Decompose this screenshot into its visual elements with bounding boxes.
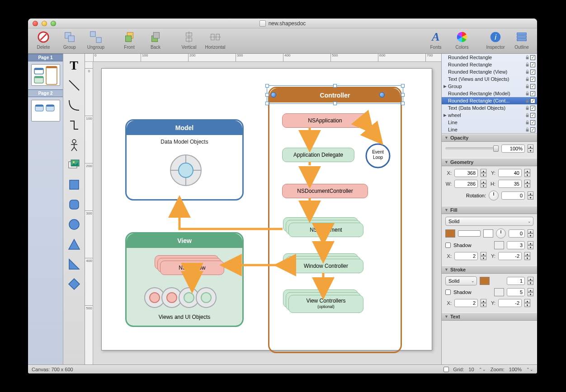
vertical-ruler: 0 100 200 300 400 500 bbox=[85, 62, 93, 364]
grid-checkbox[interactable] bbox=[443, 367, 449, 372]
ungroup-button[interactable]: Ungroup bbox=[85, 30, 107, 50]
nsdocument-box[interactable]: NSDocument bbox=[288, 223, 363, 237]
fonts-button[interactable]: A Fonts bbox=[425, 30, 447, 50]
fill-shadow-blur[interactable] bbox=[507, 241, 525, 249]
canvas-page[interactable]: Model Data Model Objects View bbox=[101, 68, 432, 350]
back-button[interactable]: Back bbox=[145, 30, 166, 50]
opacity-stepper[interactable]: ▲▼ bbox=[528, 145, 533, 153]
svg-rect-64 bbox=[526, 57, 529, 59]
page-2-header[interactable]: Page 2 bbox=[28, 89, 63, 97]
outline-row[interactable]: Text (Data Model Objects)✓ bbox=[442, 104, 537, 112]
diamond-tool[interactable] bbox=[65, 275, 83, 293]
model-panel[interactable]: Model Data Model Objects bbox=[125, 119, 244, 201]
fill-shadow-x[interactable] bbox=[454, 252, 478, 260]
stroke-header[interactable]: ▼Stroke bbox=[442, 266, 537, 274]
page-1-header[interactable]: Page 1 bbox=[28, 54, 63, 61]
opacity-slider[interactable] bbox=[445, 147, 499, 150]
rectangle-tool[interactable] bbox=[65, 176, 83, 194]
zoom-button[interactable] bbox=[51, 21, 56, 26]
outline-button[interactable]: Outline bbox=[511, 30, 533, 50]
minimize-button[interactable] bbox=[42, 21, 47, 26]
svg-rect-29 bbox=[35, 105, 43, 107]
fill-shadow-checkbox[interactable] bbox=[445, 243, 451, 248]
outline-row[interactable]: Rounded Rectangle (Cont...✓ bbox=[442, 97, 537, 104]
stroke-shadow-checkbox[interactable] bbox=[445, 289, 451, 295]
page-1-thumbnail[interactable] bbox=[31, 64, 60, 86]
stroke-shadow-blur[interactable] bbox=[507, 288, 525, 296]
fill-shadow-y[interactable] bbox=[498, 252, 522, 260]
circle-tool[interactable] bbox=[65, 215, 83, 233]
app-delegate-box[interactable]: Application Delegate bbox=[282, 148, 354, 162]
outline-row[interactable]: Rounded Rectangle (Model)✓ bbox=[442, 90, 537, 97]
stroke-color-swatch[interactable] bbox=[480, 277, 490, 285]
wheel-icon[interactable] bbox=[168, 152, 204, 188]
colors-button[interactable]: Colors bbox=[451, 30, 473, 50]
outline-row[interactable]: Text (Views and UI Objects)✓ bbox=[442, 75, 537, 83]
outline-row[interactable]: Rounded Rectangle✓ bbox=[442, 61, 537, 68]
page-2-thumbnail[interactable] bbox=[31, 100, 60, 121]
close-button[interactable] bbox=[33, 21, 38, 26]
stroke-shadow-color[interactable] bbox=[494, 288, 504, 296]
titlebar[interactable]: new.shapesdoc bbox=[28, 19, 537, 28]
fill-color-swatch[interactable] bbox=[445, 229, 455, 238]
views-rings[interactable] bbox=[143, 284, 229, 311]
y-field[interactable] bbox=[498, 169, 522, 177]
align-vertical-button[interactable]: Vertical bbox=[178, 30, 200, 50]
fill-angle-dial[interactable] bbox=[496, 229, 506, 238]
stroke-width-field[interactable] bbox=[507, 277, 525, 285]
triangle-tool[interactable] bbox=[65, 235, 83, 253]
view-controllers-box[interactable]: View Controllers (optional) bbox=[288, 295, 363, 313]
orthogonal-line-tool[interactable] bbox=[65, 116, 83, 134]
rotation-field[interactable] bbox=[501, 191, 525, 200]
opacity-header[interactable]: ▼Opacity bbox=[442, 134, 537, 142]
outline-row[interactable]: Rounded Rectangle✓ bbox=[442, 54, 537, 61]
outline-row[interactable]: ▶wheel✓ bbox=[442, 112, 537, 119]
fill-style-popup[interactable]: Solid bbox=[445, 217, 533, 226]
outline-row[interactable]: Line✓ bbox=[442, 119, 537, 126]
fill-gradient-bar[interactable] bbox=[458, 230, 481, 237]
rounded-rectangle-tool[interactable] bbox=[65, 196, 83, 214]
front-button[interactable]: Front bbox=[118, 30, 140, 50]
inspector-button[interactable]: i Inspector bbox=[485, 30, 506, 50]
zoom-value[interactable]: 100% bbox=[509, 367, 522, 372]
outline-row[interactable]: ▶Group✓ bbox=[442, 83, 537, 90]
stroke-shadow-y[interactable] bbox=[498, 299, 522, 307]
nsdocumentcontroller-box[interactable]: NSDocumentController bbox=[282, 184, 368, 198]
group-button[interactable]: Group bbox=[59, 30, 80, 50]
w-field[interactable] bbox=[454, 180, 478, 188]
actor-tool[interactable] bbox=[65, 136, 83, 154]
fill-color2-swatch[interactable] bbox=[483, 229, 493, 238]
curve-tool[interactable] bbox=[65, 96, 83, 114]
stroke-shadow-x[interactable] bbox=[454, 299, 478, 307]
line-tool[interactable] bbox=[65, 76, 83, 94]
nswindow-box[interactable]: NSWindow bbox=[160, 261, 224, 275]
nsapplication-box[interactable]: NSApplication bbox=[282, 113, 368, 128]
send-back-icon bbox=[148, 30, 163, 44]
svg-rect-19 bbox=[517, 33, 527, 35]
x-field[interactable] bbox=[454, 169, 478, 177]
rotation-dial[interactable] bbox=[489, 191, 499, 201]
fill-shadow-color[interactable] bbox=[494, 241, 504, 249]
fonts-icon: A bbox=[428, 30, 443, 44]
controller-panel[interactable]: Controller NSApplication Application Del… bbox=[268, 87, 402, 353]
outline-list[interactable]: Rounded Rectangle✓Rounded Rectangle✓Roun… bbox=[442, 54, 537, 134]
image-tool[interactable] bbox=[65, 156, 83, 174]
outline-row[interactable]: Line✓ bbox=[442, 126, 537, 133]
canvas-viewport[interactable]: Model Data Model Objects View bbox=[93, 62, 441, 364]
delete-button[interactable]: Delete bbox=[33, 30, 54, 50]
window-controller-box[interactable]: Window Controller bbox=[288, 259, 363, 273]
h-field[interactable] bbox=[498, 180, 522, 188]
text-header[interactable]: ▼Text bbox=[442, 313, 537, 321]
geometry-header[interactable]: ▼Geometry bbox=[442, 158, 537, 166]
outline-row[interactable]: Rounded Rectangle (View)✓ bbox=[442, 68, 537, 75]
fill-angle-field[interactable] bbox=[509, 229, 525, 238]
canvas-size-label: Canvas: 700 x 600 bbox=[32, 367, 73, 372]
right-triangle-tool[interactable] bbox=[65, 255, 83, 273]
text-tool[interactable]: T bbox=[65, 56, 83, 75]
align-horizontal-button[interactable]: Horizontal bbox=[204, 30, 226, 50]
opacity-field[interactable] bbox=[501, 145, 525, 153]
view-panel[interactable]: View NSWindow Views and UI Ob bbox=[125, 232, 244, 327]
fill-header[interactable]: ▼Fill bbox=[442, 206, 537, 214]
stroke-style-popup[interactable]: Solid bbox=[445, 276, 477, 285]
grid-value[interactable]: 10 bbox=[468, 367, 474, 372]
